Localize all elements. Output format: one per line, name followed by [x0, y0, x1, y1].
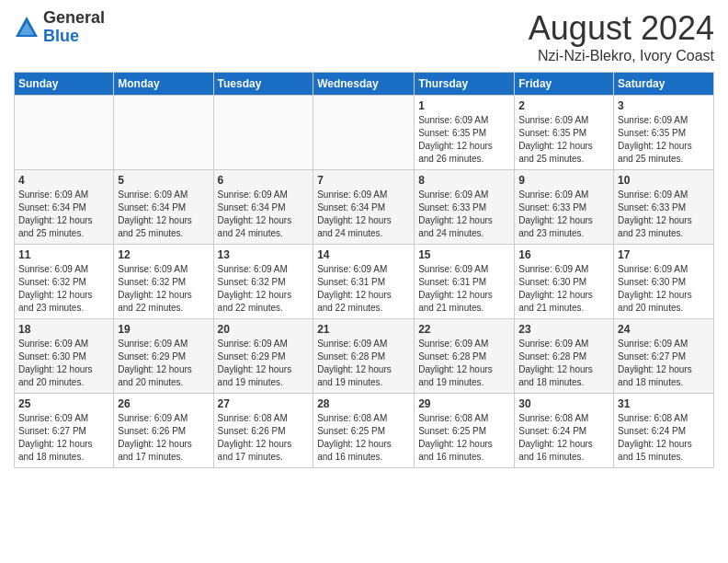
day-number: 23	[518, 323, 609, 336]
month-year: August 2024	[529, 9, 714, 48]
day-header-friday: Friday	[515, 73, 614, 96]
day-info: Sunrise: 6:08 AM Sunset: 6:25 PM Dayligh…	[317, 412, 410, 464]
day-number: 27	[218, 397, 310, 410]
day-info: Sunrise: 6:09 AM Sunset: 6:32 PM Dayligh…	[118, 263, 209, 315]
day-number: 5	[118, 174, 209, 187]
day-header-sunday: Sunday	[15, 73, 114, 96]
calendar-cell	[15, 96, 114, 170]
calendar-cell: 30Sunrise: 6:08 AM Sunset: 6:24 PM Dayli…	[515, 394, 614, 468]
logo-blue: Blue	[43, 28, 105, 46]
calendar-cell: 5Sunrise: 6:09 AM Sunset: 6:34 PM Daylig…	[114, 170, 213, 245]
day-info: Sunrise: 6:09 AM Sunset: 6:34 PM Dayligh…	[218, 189, 310, 240]
calendar-cell: 10Sunrise: 6:09 AM Sunset: 6:33 PM Dayli…	[614, 170, 714, 245]
calendar-cell: 29Sunrise: 6:08 AM Sunset: 6:25 PM Dayli…	[415, 394, 515, 468]
week-row-4: 18Sunrise: 6:09 AM Sunset: 6:30 PM Dayli…	[15, 319, 714, 394]
calendar-cell: 22Sunrise: 6:09 AM Sunset: 6:28 PM Dayli…	[415, 319, 515, 394]
calendar-cell: 2Sunrise: 6:09 AM Sunset: 6:35 PM Daylig…	[515, 96, 614, 170]
day-info: Sunrise: 6:09 AM Sunset: 6:26 PM Dayligh…	[118, 412, 209, 464]
day-number: 1	[418, 99, 510, 112]
day-number: 16	[518, 248, 609, 261]
day-number: 29	[418, 397, 510, 410]
calendar-cell: 16Sunrise: 6:09 AM Sunset: 6:30 PM Dayli…	[515, 245, 614, 319]
location: Nzi-Nzi-Blekro, Ivory Coast	[529, 48, 714, 64]
day-info: Sunrise: 6:09 AM Sunset: 6:34 PM Dayligh…	[118, 189, 209, 240]
calendar-cell	[213, 96, 313, 170]
day-number: 26	[118, 397, 209, 410]
day-info: Sunrise: 6:09 AM Sunset: 6:35 PM Dayligh…	[618, 114, 710, 166]
day-number: 15	[418, 248, 510, 261]
calendar-cell: 11Sunrise: 6:09 AM Sunset: 6:32 PM Dayli…	[15, 245, 114, 319]
day-info: Sunrise: 6:09 AM Sunset: 6:33 PM Dayligh…	[618, 189, 710, 240]
day-info: Sunrise: 6:09 AM Sunset: 6:29 PM Dayligh…	[118, 338, 209, 389]
day-number: 28	[317, 397, 410, 410]
day-number: 10	[618, 174, 710, 187]
calendar-cell: 1Sunrise: 6:09 AM Sunset: 6:35 PM Daylig…	[415, 96, 515, 170]
logo-general: General	[43, 9, 105, 28]
day-info: Sunrise: 6:09 AM Sunset: 6:28 PM Dayligh…	[317, 338, 410, 389]
day-number: 19	[118, 323, 209, 336]
day-info: Sunrise: 6:09 AM Sunset: 6:30 PM Dayligh…	[618, 263, 710, 315]
day-header-thursday: Thursday	[415, 73, 515, 96]
day-number: 11	[18, 248, 109, 261]
day-info: Sunrise: 6:09 AM Sunset: 6:33 PM Dayligh…	[418, 189, 510, 240]
day-header-monday: Monday	[114, 73, 213, 96]
calendar-cell: 15Sunrise: 6:09 AM Sunset: 6:31 PM Dayli…	[415, 245, 515, 319]
calendar-cell: 8Sunrise: 6:09 AM Sunset: 6:33 PM Daylig…	[415, 170, 515, 245]
calendar-cell: 26Sunrise: 6:09 AM Sunset: 6:26 PM Dayli…	[114, 394, 213, 468]
logo-text: General Blue	[43, 9, 105, 46]
week-row-5: 25Sunrise: 6:09 AM Sunset: 6:27 PM Dayli…	[15, 394, 714, 468]
day-number: 25	[18, 397, 109, 410]
calendar-cell: 6Sunrise: 6:09 AM Sunset: 6:34 PM Daylig…	[213, 170, 313, 245]
day-info: Sunrise: 6:09 AM Sunset: 6:31 PM Dayligh…	[418, 263, 510, 315]
day-info: Sunrise: 6:08 AM Sunset: 6:25 PM Dayligh…	[418, 412, 510, 464]
day-info: Sunrise: 6:09 AM Sunset: 6:30 PM Dayligh…	[18, 338, 109, 389]
day-number: 24	[618, 323, 710, 336]
day-number: 17	[618, 248, 710, 261]
day-info: Sunrise: 6:09 AM Sunset: 6:31 PM Dayligh…	[317, 263, 410, 315]
day-header-tuesday: Tuesday	[213, 73, 313, 96]
calendar-cell: 12Sunrise: 6:09 AM Sunset: 6:32 PM Dayli…	[114, 245, 213, 319]
day-number: 21	[317, 323, 410, 336]
week-row-2: 4Sunrise: 6:09 AM Sunset: 6:34 PM Daylig…	[15, 170, 714, 245]
day-number: 4	[18, 174, 109, 187]
day-number: 2	[518, 99, 609, 112]
calendar-cell: 28Sunrise: 6:08 AM Sunset: 6:25 PM Dayli…	[313, 394, 415, 468]
day-header-wednesday: Wednesday	[313, 73, 415, 96]
day-number: 6	[218, 174, 310, 187]
calendar-cell: 14Sunrise: 6:09 AM Sunset: 6:31 PM Dayli…	[313, 245, 415, 319]
calendar-cell: 9Sunrise: 6:09 AM Sunset: 6:33 PM Daylig…	[515, 170, 614, 245]
day-info: Sunrise: 6:09 AM Sunset: 6:32 PM Dayligh…	[218, 263, 310, 315]
day-info: Sunrise: 6:09 AM Sunset: 6:30 PM Dayligh…	[518, 263, 609, 315]
week-row-3: 11Sunrise: 6:09 AM Sunset: 6:32 PM Dayli…	[15, 245, 714, 319]
page-header: General Blue August 2024 Nzi-Nzi-Blekro,…	[14, 9, 714, 64]
day-number: 22	[418, 323, 510, 336]
logo-icon	[14, 15, 40, 40]
calendar-cell: 27Sunrise: 6:08 AM Sunset: 6:26 PM Dayli…	[213, 394, 313, 468]
day-number: 7	[317, 174, 410, 187]
day-number: 13	[218, 248, 310, 261]
calendar-cell: 4Sunrise: 6:09 AM Sunset: 6:34 PM Daylig…	[15, 170, 114, 245]
title-block: August 2024 Nzi-Nzi-Blekro, Ivory Coast	[529, 9, 714, 64]
day-number: 31	[618, 397, 710, 410]
day-info: Sunrise: 6:08 AM Sunset: 6:24 PM Dayligh…	[618, 412, 710, 464]
day-info: Sunrise: 6:09 AM Sunset: 6:34 PM Dayligh…	[18, 189, 109, 240]
calendar-cell	[114, 96, 213, 170]
day-info: Sunrise: 6:09 AM Sunset: 6:33 PM Dayligh…	[518, 189, 609, 240]
calendar-cell: 19Sunrise: 6:09 AM Sunset: 6:29 PM Dayli…	[114, 319, 213, 394]
day-info: Sunrise: 6:09 AM Sunset: 6:34 PM Dayligh…	[317, 189, 410, 240]
day-info: Sunrise: 6:09 AM Sunset: 6:28 PM Dayligh…	[418, 338, 510, 389]
day-info: Sunrise: 6:09 AM Sunset: 6:32 PM Dayligh…	[18, 263, 109, 315]
calendar-cell: 7Sunrise: 6:09 AM Sunset: 6:34 PM Daylig…	[313, 170, 415, 245]
day-number: 3	[618, 99, 710, 112]
calendar-cell: 24Sunrise: 6:09 AM Sunset: 6:27 PM Dayli…	[614, 319, 714, 394]
day-number: 14	[317, 248, 410, 261]
week-row-1: 1Sunrise: 6:09 AM Sunset: 6:35 PM Daylig…	[15, 96, 714, 170]
day-info: Sunrise: 6:09 AM Sunset: 6:27 PM Dayligh…	[18, 412, 109, 464]
calendar-cell: 18Sunrise: 6:09 AM Sunset: 6:30 PM Dayli…	[15, 319, 114, 394]
day-header-saturday: Saturday	[614, 73, 714, 96]
calendar-cell: 31Sunrise: 6:08 AM Sunset: 6:24 PM Dayli…	[614, 394, 714, 468]
day-info: Sunrise: 6:09 AM Sunset: 6:35 PM Dayligh…	[418, 114, 510, 166]
calendar-cell: 13Sunrise: 6:09 AM Sunset: 6:32 PM Dayli…	[213, 245, 313, 319]
day-number: 30	[518, 397, 609, 410]
day-number: 18	[18, 323, 109, 336]
